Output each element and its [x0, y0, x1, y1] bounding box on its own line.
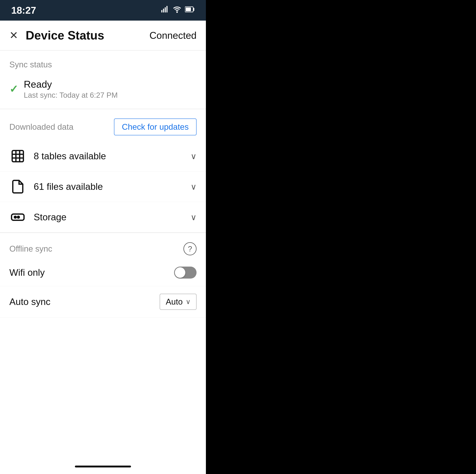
battery-icon [185, 5, 195, 15]
home-bar [75, 466, 131, 467]
storage-chevron-icon: ∨ [190, 212, 197, 222]
storage-label: Storage [34, 212, 190, 222]
offline-sync-header: Offline sync ? [0, 233, 206, 259]
sync-time-text: Last sync: Today at 6:27 PM [24, 91, 118, 99]
status-time: 18:27 [11, 5, 36, 16]
wifi-only-label: Wifi only [9, 267, 45, 278]
sync-status-row: ✓ Ready Last sync: Today at 6:27 PM [0, 73, 206, 109]
storage-row[interactable]: Storage ∨ [0, 202, 206, 233]
black-area [206, 0, 476, 474]
svg-rect-8 [12, 151, 23, 162]
table-icon [9, 148, 26, 165]
svg-rect-2 [165, 7, 166, 13]
auto-sync-label: Auto sync [9, 296, 51, 307]
status-icons [161, 5, 195, 15]
storage-icon [9, 209, 26, 226]
svg-point-4 [177, 12, 177, 13]
downloaded-data-label: Downloaded data [9, 122, 73, 132]
auto-sync-row: Auto sync Auto ∨ [0, 286, 206, 318]
auto-sync-value: Auto [166, 297, 183, 306]
svg-point-15 [17, 216, 19, 218]
auto-sync-dropdown[interactable]: Auto ∨ [160, 294, 197, 310]
svg-rect-7 [186, 7, 191, 11]
sync-status-label: Sync status [0, 51, 206, 73]
files-label: 61 files available [34, 181, 190, 192]
svg-rect-3 [166, 6, 168, 13]
tables-row[interactable]: 8 tables available ∨ [0, 141, 206, 171]
home-indicator [0, 459, 206, 474]
connection-status: Connected [149, 30, 197, 41]
svg-point-14 [14, 216, 16, 218]
file-icon [9, 178, 26, 195]
sync-ready-text: Ready [24, 79, 118, 90]
wifi-only-row: Wifi only [0, 259, 206, 286]
signal-icon [161, 5, 169, 15]
files-chevron-icon: ∨ [190, 182, 197, 191]
sync-info: Ready Last sync: Today at 6:27 PM [24, 79, 118, 99]
tables-chevron-icon: ∨ [190, 152, 197, 161]
files-row[interactable]: 61 files available ∨ [0, 171, 206, 202]
close-button[interactable]: ✕ [9, 30, 18, 41]
wifi-only-toggle[interactable] [174, 267, 197, 279]
help-icon[interactable]: ? [184, 242, 197, 255]
toggle-knob [175, 267, 185, 278]
check-icon: ✓ [9, 83, 18, 95]
svg-rect-6 [193, 8, 194, 11]
page-title: Device Status [26, 29, 149, 42]
content-area: Sync status ✓ Ready Last sync: Today at … [0, 51, 206, 459]
svg-rect-1 [163, 9, 164, 12]
tables-label: 8 tables available [34, 151, 190, 162]
status-bar: 18:27 [0, 0, 206, 21]
svg-rect-0 [161, 10, 162, 13]
header: ✕ Device Status Connected [0, 21, 206, 51]
auto-sync-chevron-icon: ∨ [186, 298, 190, 306]
check-updates-button[interactable]: Check for updates [114, 118, 197, 135]
offline-sync-label: Offline sync [9, 244, 52, 254]
wifi-icon [173, 5, 181, 15]
downloaded-data-header: Downloaded data Check for updates [0, 109, 206, 141]
